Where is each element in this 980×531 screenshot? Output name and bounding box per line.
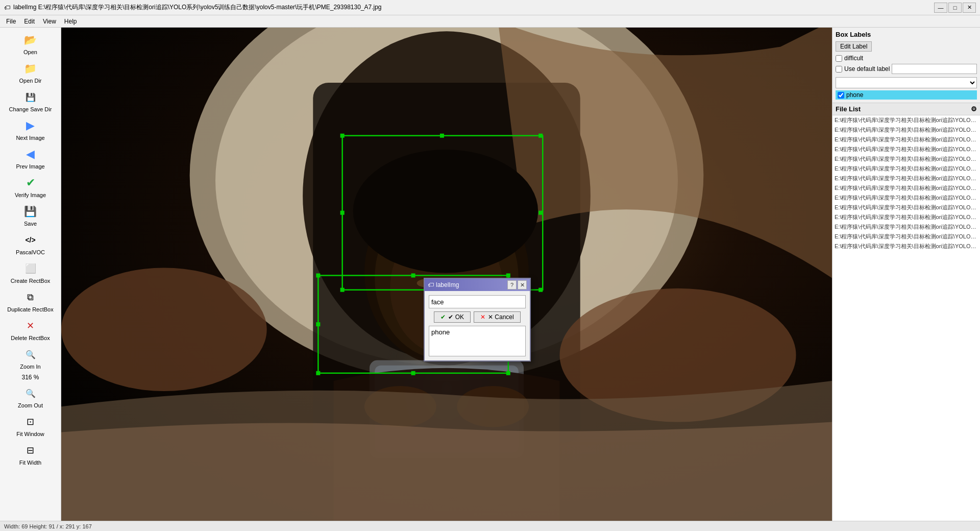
- fit-window-label: Fit Window: [16, 431, 44, 437]
- zoom-out-icon: 🔍: [22, 385, 39, 401]
- difficult-checkbox[interactable]: [836, 55, 842, 62]
- prev-image-icon: ◀: [22, 146, 39, 162]
- toolbar-open-dir[interactable]: 📁 Open Dir: [5, 58, 56, 86]
- default-label-input[interactable]: [892, 64, 977, 74]
- save-icon: 💾: [22, 203, 39, 220]
- toolbar-prev-image[interactable]: ◀ Prev Image: [5, 144, 56, 172]
- use-default-label-checkbox[interactable]: [836, 66, 842, 73]
- zoom-display: 316 %: [0, 373, 61, 382]
- toolbar-zoom-in[interactable]: 🔍 Zoom In: [5, 344, 56, 372]
- zoom-out-label: Zoom Out: [18, 402, 43, 408]
- file-item[interactable]: E:\程序猿\代码库\深度学习相关\目标检测ori追踪\YOLO系列\Y: [832, 115, 980, 125]
- file-item[interactable]: E:\程序猿\代码库\深度学习相关\目标检测ori追踪\YOLO系列\Y: [832, 193, 980, 203]
- pascal-voc-label: PascalVOC: [16, 249, 45, 255]
- labelimg-dialog: 🏷 labelImg ? ✕ ✔ ✔ OK: [424, 278, 531, 361]
- file-item[interactable]: E:\程序猿\代码库\深度学习相关\目标检测ori追踪\YOLO系列\Y: [832, 135, 980, 144]
- verify-image-icon: ✔: [22, 175, 39, 191]
- canvas-area[interactable]: 🏷 labelImg ? ✕ ✔ ✔ OK: [61, 28, 832, 521]
- file-item[interactable]: E:\程序猿\代码库\深度学习相关\目标检测ori追踪\YOLO系列\Y: [832, 203, 980, 212]
- toolbar-save[interactable]: 💾 Save: [5, 201, 56, 229]
- pascal-voc-icon: </>: [22, 232, 39, 248]
- zoom-in-icon: 🔍: [22, 346, 39, 363]
- open-icon: 📂: [22, 32, 39, 48]
- file-list-title: File List: [836, 105, 861, 113]
- menu-help[interactable]: Help: [60, 17, 81, 26]
- fit-width-label: Fit Width: [19, 460, 41, 466]
- toolbar-delete-rect-box[interactable]: ✕ Delete RectBox: [5, 316, 56, 343]
- use-default-label-text: Use default label: [844, 65, 890, 73]
- menubar: File Edit View Help: [0, 15, 980, 28]
- dialog-title: labelImg: [436, 281, 459, 288]
- toolbar: 📂 Open 📁 Open Dir 💾 Change Save Dir ▶ Ne…: [0, 28, 61, 521]
- change-save-dir-icon: 💾: [22, 89, 39, 105]
- box-labels-title: Box Labels: [836, 31, 977, 38]
- menu-file[interactable]: File: [2, 17, 20, 26]
- app-icon: 🏷: [4, 4, 10, 11]
- save-label: Save: [24, 221, 37, 227]
- window-title: labelImg E:\程序猿\代码库\深度学习相关\目标检测ori追踪\YOL…: [13, 3, 382, 12]
- dialog-ok-button[interactable]: ✔ ✔ OK: [434, 311, 471, 323]
- open-label: Open: [23, 49, 37, 55]
- file-item[interactable]: E:\程序猿\代码库\深度学习相关\目标检测ori追踪\YOLO系列\Y: [832, 232, 980, 242]
- delete-rect-box-icon: ✕: [22, 318, 39, 334]
- toolbar-verify-image[interactable]: ✔ Verify Image: [5, 173, 56, 200]
- menu-view[interactable]: View: [39, 17, 60, 26]
- delete-rect-box-label: Delete RectBox: [11, 335, 50, 341]
- dialog-suggestion-list[interactable]: phone: [429, 326, 526, 356]
- toolbar-fit-width[interactable]: ⊟ Fit Width: [5, 440, 56, 468]
- edit-label-button[interactable]: Edit Label: [836, 41, 872, 52]
- restore-button[interactable]: □: [948, 3, 962, 13]
- file-item[interactable]: E:\程序猿\代码库\深度学习相关\目标检测ori追踪\YOLO系列\Y: [832, 242, 980, 251]
- prev-image-label: Prev Image: [16, 163, 44, 170]
- dialog-icon: 🏷: [428, 281, 434, 288]
- create-rect-box-icon: ⬜: [22, 260, 39, 277]
- difficult-row: difficult: [836, 55, 977, 62]
- menu-edit[interactable]: Edit: [20, 17, 39, 26]
- toolbar-pascal-voc[interactable]: </> PascalVOC: [5, 230, 56, 257]
- ok-checkmark-icon: ✔: [440, 313, 446, 321]
- phone-checkbox[interactable]: [838, 92, 844, 99]
- file-item[interactable]: E:\程序猿\代码库\深度学习相关\目标检测ori追踪\YOLO系列\Y: [832, 222, 980, 232]
- file-item[interactable]: E:\程序猿\代码库\深度学习相关\目标检测ori追踪\YOLO系列\Y: [832, 154, 980, 164]
- titlebar-controls: — □ ✕: [934, 3, 976, 13]
- statusbar: Width: 69 Height: 91 / x: 291 y: 167: [0, 521, 980, 531]
- dialog-overlay: 🏷 labelImg ? ✕ ✔ ✔ OK: [61, 28, 832, 521]
- titlebar: 🏷 labelImg E:\程序猿\代码库\深度学习相关\目标检测ori追踪\Y…: [0, 0, 980, 15]
- toolbar-zoom-out[interactable]: 🔍 Zoom Out: [5, 383, 56, 411]
- difficult-label: difficult: [844, 55, 863, 62]
- close-button[interactable]: ✕: [963, 3, 976, 13]
- dialog-help-button[interactable]: ?: [507, 280, 517, 289]
- fit-window-icon: ⊡: [22, 414, 39, 430]
- dialog-cancel-button[interactable]: ✕ ✕ Cancel: [474, 311, 521, 323]
- dialog-body: ✔ ✔ OK ✕ ✕ Cancel phone: [425, 291, 530, 360]
- minimize-button[interactable]: —: [934, 3, 947, 13]
- file-item[interactable]: E:\程序猿\代码库\深度学习相关\目标检测ori追踪\YOLO系列\Y: [832, 164, 980, 174]
- label-item-phone[interactable]: phone: [836, 90, 977, 100]
- change-save-dir-label: Change Save Dir: [9, 106, 52, 112]
- dialog-buttons: ✔ ✔ OK ✕ ✕ Cancel: [429, 311, 526, 323]
- statusbar-text: Width: 69 Height: 91 / x: 291 y: 167: [4, 523, 92, 529]
- toolbar-open[interactable]: 📂 Open: [5, 30, 56, 57]
- toolbar-fit-window[interactable]: ⊡ Fit Window: [5, 412, 56, 439]
- box-labels-section: Box Labels Edit Label difficult Use defa…: [832, 28, 980, 103]
- dialog-label-input[interactable]: [429, 295, 526, 308]
- file-item[interactable]: E:\程序猿\代码库\深度学习相关\目标检测ori追踪\YOLO系列\Y: [832, 212, 980, 222]
- phone-label-text: phone: [846, 91, 863, 99]
- label-dropdown[interactable]: [836, 77, 977, 88]
- file-list-settings-icon[interactable]: ⚙: [971, 105, 977, 113]
- toolbar-next-image[interactable]: ▶ Next Image: [5, 115, 56, 143]
- file-item[interactable]: E:\程序猿\代码库\深度学习相关\目标检测ori追踪\YOLO系列\Y: [832, 174, 980, 183]
- toolbar-create-rect-box[interactable]: ⬜ Create RectBox: [5, 258, 56, 286]
- file-item[interactable]: E:\程序猿\代码库\深度学习相关\目标检测ori追踪\YOLO系列\Y: [832, 125, 980, 135]
- toolbar-change-save-dir[interactable]: 💾 Change Save Dir: [5, 87, 56, 114]
- open-dir-label: Open Dir: [19, 78, 41, 84]
- file-item[interactable]: E:\程序猿\代码库\深度学习相关\目标检测ori追踪\YOLO系列\Y: [832, 183, 980, 193]
- dialog-suggestion-item[interactable]: phone: [431, 328, 450, 336]
- file-item[interactable]: E:\程序猿\代码库\深度学习相关\目标检测ori追踪\YOLO系列\Y: [832, 144, 980, 154]
- dialog-close-button[interactable]: ✕: [518, 280, 527, 289]
- toolbar-duplicate-rect-box[interactable]: ⧉ Duplicate RectBox: [5, 287, 56, 315]
- duplicate-rect-box-icon: ⧉: [22, 289, 39, 305]
- zoom-in-label: Zoom In: [20, 364, 40, 370]
- cancel-x-icon: ✕: [480, 313, 485, 321]
- next-image-icon: ▶: [22, 117, 39, 134]
